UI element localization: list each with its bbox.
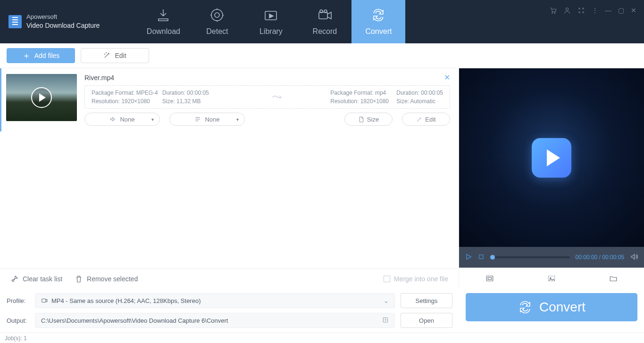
task-bar: Clear task list Remove selected Merge in…	[0, 269, 459, 288]
preview-panel: 00:00:00 / 00:00:05	[459, 68, 644, 288]
tab-download[interactable]: Download	[136, 0, 190, 43]
chevron-down-icon: ⌄	[384, 297, 389, 304]
file-metadata: Package Format: MPEG-4 Resolution: 1920×…	[84, 85, 450, 109]
meta-label: Resolution:	[92, 98, 120, 105]
play-button[interactable]	[465, 253, 472, 262]
remove-selected-button[interactable]: Remove selected	[75, 275, 138, 283]
svg-point-6	[552, 12, 553, 13]
svg-point-8	[566, 8, 568, 10]
svg-point-10	[583, 8, 584, 9]
svg-rect-3	[319, 12, 327, 19]
button-label: Convert	[539, 300, 585, 315]
apps-icon[interactable]	[577, 7, 585, 16]
time-display: 00:00:00 / 00:00:05	[576, 254, 624, 261]
add-files-button[interactable]: ＋ Add files	[7, 48, 75, 63]
subtitle-select[interactable]: None ▾	[169, 113, 245, 126]
maximize-icon[interactable]: ▢	[618, 7, 624, 14]
clear-task-list-button[interactable]: Clear task list	[10, 275, 62, 283]
minimize-icon[interactable]: —	[605, 7, 611, 14]
status-bar: Job(s): 1	[0, 333, 644, 343]
button-label: Open	[419, 317, 434, 324]
cart-icon[interactable]	[549, 7, 557, 16]
tab-convert[interactable]: Convert	[351, 0, 405, 43]
svg-point-9	[579, 8, 580, 9]
chevron-down-icon: ▾	[151, 117, 154, 122]
profile-row: Profile: MP4 - Same as source (H.264; AA…	[0, 288, 459, 313]
svg-point-7	[554, 12, 555, 13]
arrow-right-icon: ⤳	[224, 90, 330, 105]
wand-icon	[103, 51, 111, 60]
settings-button[interactable]: Settings	[401, 293, 452, 308]
tab-label: Record	[313, 27, 337, 36]
meta-label: Package Format:	[330, 90, 373, 96]
checkbox-label: Merge into one file	[394, 275, 448, 283]
edit-item-button[interactable]: Edit	[402, 113, 450, 126]
play-overlay-icon	[31, 87, 52, 108]
user-icon[interactable]	[563, 7, 571, 16]
svg-point-11	[579, 12, 580, 13]
volume-button[interactable]	[630, 253, 638, 262]
close-icon[interactable]: ✕	[631, 7, 636, 14]
meta-label: Package Format:	[92, 90, 134, 96]
meta-value: 11,32 MB	[176, 98, 201, 105]
tab-label: Download	[147, 27, 180, 36]
select-value: None	[120, 116, 134, 123]
audio-track-select[interactable]: None ▾	[84, 113, 160, 126]
checkbox-icon	[384, 276, 390, 282]
title-bar: Apowersoft Video Download Capture Downlo…	[0, 0, 644, 43]
meta-value: 1920×1080	[121, 98, 150, 105]
svg-point-1	[215, 13, 219, 17]
audio-icon	[109, 116, 116, 122]
convert-button[interactable]: Convert	[466, 293, 637, 321]
file-list: ✕ River.mp4 Package Format: MPEG-4 Resol…	[0, 68, 459, 269]
save-icon[interactable]	[382, 317, 389, 325]
meta-label: Size:	[162, 98, 175, 105]
svg-point-0	[211, 9, 223, 21]
button-label: Clear task list	[23, 275, 62, 283]
svg-rect-14	[487, 276, 493, 281]
select-value: None	[205, 116, 219, 123]
remove-file-icon[interactable]: ✕	[444, 73, 450, 82]
logo-icon	[8, 15, 22, 28]
timeline-slider[interactable]	[490, 256, 570, 258]
plus-icon: ＋	[22, 50, 31, 61]
profile-label: Profile:	[7, 297, 29, 304]
meta-value: 00:00:05	[421, 90, 443, 96]
svg-point-12	[583, 12, 584, 13]
tab-record[interactable]: Record	[298, 0, 351, 43]
video-icon	[41, 297, 48, 304]
svg-rect-18	[42, 299, 46, 302]
edit-button[interactable]: Edit	[81, 48, 149, 63]
video-preview[interactable]	[459, 68, 644, 247]
menu-icon[interactable]: ⋮	[592, 7, 598, 14]
button-label: Edit	[425, 116, 435, 123]
window-controls: ⋮ — ▢ ✕	[542, 0, 644, 43]
output-path-field[interactable]: C:\Users\Documents\Apowersoft\Video Down…	[35, 313, 395, 328]
chevron-down-icon: ▾	[236, 117, 239, 122]
folder-button[interactable]	[582, 268, 644, 288]
video-thumbnail[interactable]	[6, 74, 77, 121]
output-label: Output:	[7, 317, 29, 324]
tab-detect[interactable]: Detect	[190, 0, 244, 43]
select-value: MP4 - Same as source (H.264; AAC, 128Kbp…	[51, 297, 201, 304]
image-button[interactable]	[521, 268, 583, 288]
file-row[interactable]: ✕ River.mp4 Package Format: MPEG-4 Resol…	[0, 68, 459, 131]
meta-label: Duration:	[396, 90, 419, 96]
button-label: Size	[367, 116, 379, 123]
action-toolbar: ＋ Add files Edit	[0, 43, 644, 68]
button-label: Edit	[115, 52, 126, 59]
meta-label: Duration:	[162, 90, 185, 96]
screenshot-button[interactable]	[459, 268, 521, 288]
wand-icon	[416, 116, 422, 122]
jobs-label: Job(s):	[5, 335, 22, 342]
player-controls: 00:00:00 / 00:00:05	[459, 247, 644, 268]
size-button[interactable]: Size	[344, 113, 393, 126]
button-label: Remove selected	[87, 275, 138, 283]
tab-library[interactable]: Library	[244, 0, 298, 43]
open-folder-button[interactable]: Open	[401, 313, 452, 328]
meta-value: MPEG-4	[136, 90, 158, 96]
stop-button[interactable]	[478, 253, 485, 261]
output-row: Output: C:\Users\Documents\Apowersoft\Vi…	[0, 313, 459, 333]
profile-select[interactable]: MP4 - Same as source (H.264; AAC, 128Kbp…	[35, 293, 395, 308]
merge-checkbox[interactable]: Merge into one file	[384, 275, 448, 283]
